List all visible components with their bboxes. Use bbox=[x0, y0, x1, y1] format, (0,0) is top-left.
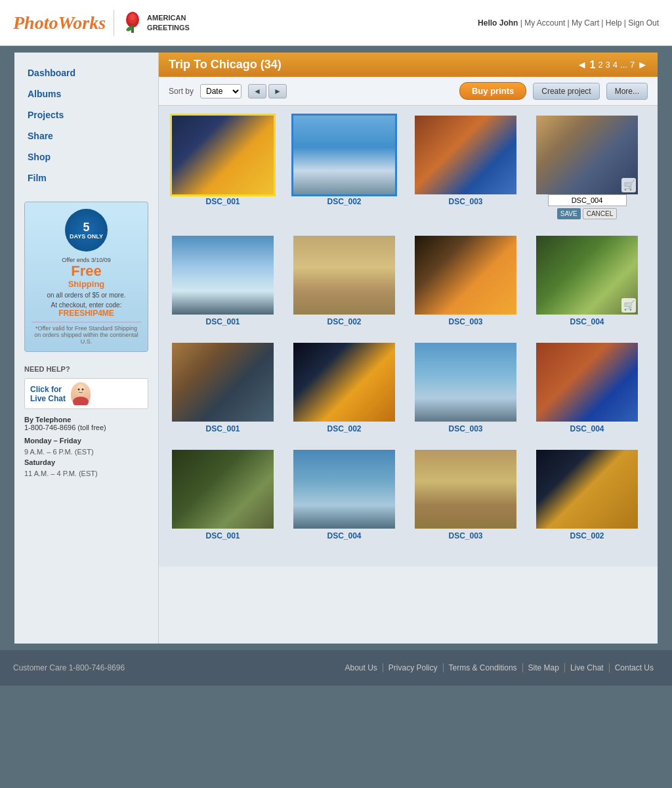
nav-my-cart[interactable]: My Cart bbox=[572, 18, 599, 28]
sidebar-item-share[interactable]: Share bbox=[14, 125, 158, 146]
chat-btn-label: Click forLive Chat bbox=[30, 385, 66, 403]
pagination-page-1[interactable]: 1 bbox=[589, 59, 595, 71]
pagination-next[interactable]: ► bbox=[637, 59, 648, 71]
photo-label[interactable]: DSC_001 bbox=[205, 424, 240, 433]
photo-label[interactable]: DSC_002 bbox=[570, 531, 604, 540]
photo-label[interactable]: DSC_002 bbox=[327, 197, 361, 206]
photo-cell: DSC_001 bbox=[169, 236, 277, 326]
footer-link-terms[interactable]: Terms & Conditions bbox=[444, 663, 523, 672]
photo-thumbnail[interactable] bbox=[172, 343, 274, 422]
photo-cell: 🛒 SAVE CANCEL bbox=[533, 116, 641, 219]
photo-frame[interactable] bbox=[536, 450, 638, 529]
photo-thumbnail[interactable] bbox=[415, 116, 516, 194]
photo-frame[interactable] bbox=[293, 116, 395, 194]
rename-save-button[interactable]: SAVE bbox=[557, 208, 581, 219]
photo-label[interactable]: DSC_003 bbox=[448, 197, 482, 206]
buy-prints-button[interactable]: Buy prints bbox=[459, 82, 526, 100]
help-title: NEED HELP? bbox=[24, 365, 148, 373]
content-area: Trip To Chicago (34) ◄ 1 2 3 4 ... 7 ► S… bbox=[159, 53, 658, 644]
photo-row: DSC_001 DSC_002 DSC_003 bbox=[169, 116, 648, 219]
photo-thumbnail[interactable] bbox=[172, 450, 274, 529]
logo-area: PhotoWorks AMERICAN GREETINGS bbox=[13, 10, 190, 36]
rename-cancel-button[interactable]: CANCEL bbox=[583, 208, 618, 219]
photo-thumbnail[interactable] bbox=[293, 116, 395, 194]
cart-icon[interactable]: 🛒 bbox=[621, 178, 636, 192]
photo-frame[interactable]: 🛒 bbox=[536, 116, 638, 194]
rename-input[interactable] bbox=[548, 194, 627, 206]
pagination-page-3[interactable]: 3 bbox=[606, 60, 610, 70]
chat-avatar bbox=[71, 382, 91, 405]
photo-thumbnail[interactable] bbox=[293, 343, 395, 422]
sidebar-item-albums[interactable]: Albums bbox=[14, 83, 158, 104]
help-hours: Monday – Friday 9 A.M. – 6 P.M. (EST) Sa… bbox=[24, 435, 148, 479]
photo-label[interactable]: DSC_003 bbox=[448, 424, 482, 433]
pagination-page-7[interactable]: 7 bbox=[630, 60, 635, 70]
photo-cell: DSC_003 bbox=[411, 236, 520, 326]
sidebar-item-shop[interactable]: Shop bbox=[14, 146, 158, 167]
sidebar-item-film[interactable]: Film bbox=[14, 167, 158, 188]
pagination-page-2[interactable]: 2 bbox=[598, 60, 602, 70]
photo-cell: DSC_003 bbox=[411, 116, 520, 219]
photo-label[interactable]: DSC_002 bbox=[327, 317, 361, 326]
footer-link-sitemap[interactable]: Site Map bbox=[523, 663, 565, 672]
svg-point-9 bbox=[82, 389, 84, 391]
photo-cell: DSC_002 bbox=[290, 116, 398, 219]
pagination-prev[interactable]: ◄ bbox=[577, 59, 587, 71]
create-project-button[interactable]: Create project bbox=[533, 83, 599, 100]
nav-next-btn[interactable]: ► bbox=[268, 84, 287, 98]
photo-thumbnail[interactable] bbox=[293, 450, 395, 529]
photo-frame[interactable] bbox=[415, 450, 516, 529]
sort-select[interactable]: Date Name Size bbox=[200, 84, 242, 98]
nav-sign-out[interactable]: Sign Out bbox=[628, 18, 659, 28]
photo-label[interactable]: DSC_002 bbox=[327, 424, 361, 433]
photo-frame[interactable] bbox=[172, 343, 274, 422]
nav-my-account[interactable]: My Account bbox=[524, 18, 565, 28]
photo-frame[interactable] bbox=[415, 343, 516, 422]
photo-cell: DSC_001 bbox=[169, 116, 277, 219]
album-header: Trip To Chicago (34) ◄ 1 2 3 4 ... 7 ► bbox=[159, 53, 658, 77]
photo-thumbnail[interactable] bbox=[415, 236, 516, 315]
photo-thumbnail[interactable] bbox=[536, 343, 638, 422]
photo-thumbnail[interactable] bbox=[172, 116, 274, 194]
photo-frame[interactable] bbox=[536, 343, 638, 422]
nav-prev-btn[interactable]: ◄ bbox=[248, 84, 266, 98]
footer-link-privacy[interactable]: Privacy Policy bbox=[383, 663, 444, 672]
photo-frame[interactable] bbox=[172, 116, 274, 194]
photo-label[interactable]: DSC_001 bbox=[205, 317, 240, 326]
photo-label[interactable]: DSC_003 bbox=[448, 531, 482, 540]
photo-thumbnail[interactable] bbox=[293, 236, 395, 315]
photo-frame[interactable] bbox=[293, 236, 395, 315]
photo-thumbnail[interactable] bbox=[415, 343, 516, 422]
photo-thumbnail[interactable] bbox=[536, 450, 638, 529]
svg-point-8 bbox=[78, 389, 80, 391]
photo-label[interactable]: DSC_004 bbox=[570, 317, 604, 326]
photo-thumbnail[interactable] bbox=[415, 450, 516, 529]
sidebar-item-dashboard[interactable]: Dashboard bbox=[14, 62, 158, 83]
photo-label[interactable]: DSC_004 bbox=[570, 424, 604, 433]
photo-frame[interactable] bbox=[415, 116, 516, 194]
photo-label[interactable]: DSC_001 bbox=[205, 531, 240, 540]
rename-actions: SAVE CANCEL bbox=[557, 208, 618, 219]
cart-icon[interactable]: 🛒 bbox=[621, 298, 636, 313]
pagination-page-4[interactable]: 4 bbox=[613, 60, 618, 70]
photo-frame[interactable] bbox=[172, 236, 274, 315]
nav-help[interactable]: Help bbox=[606, 18, 622, 28]
live-chat-button[interactable]: Click forLive Chat bbox=[24, 378, 148, 409]
photo-frame[interactable] bbox=[293, 450, 395, 529]
customer-care: Customer Care 1-800-746-8696 bbox=[13, 663, 125, 672]
photo-cell: DSC_002 bbox=[533, 450, 641, 540]
photo-cell: 🛒 DSC_004 bbox=[533, 236, 641, 326]
more-button[interactable]: More... bbox=[606, 83, 648, 100]
photo-label[interactable]: DSC_003 bbox=[448, 317, 482, 326]
photo-thumbnail[interactable] bbox=[172, 236, 274, 315]
footer-link-contact[interactable]: Contact Us bbox=[610, 663, 659, 672]
photo-frame[interactable] bbox=[293, 343, 395, 422]
footer-link-livechat[interactable]: Live Chat bbox=[565, 663, 610, 672]
photo-frame[interactable]: 🛒 bbox=[536, 236, 638, 315]
photo-frame[interactable] bbox=[415, 236, 516, 315]
sidebar-item-projects[interactable]: Projects bbox=[14, 104, 158, 125]
photo-label[interactable]: DSC_001 bbox=[205, 197, 240, 206]
photo-frame[interactable] bbox=[172, 450, 274, 529]
footer-link-about[interactable]: About Us bbox=[339, 663, 383, 672]
photo-label[interactable]: DSC_004 bbox=[327, 531, 361, 540]
